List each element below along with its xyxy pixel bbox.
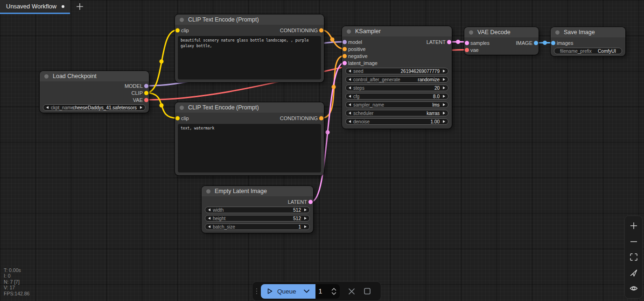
widget-increment-icon[interactable] [443,70,445,72]
widget-decrement-icon[interactable] [208,208,210,211]
widget-decrement-icon[interactable] [349,120,351,123]
prompt-textarea[interactable]: beautiful scenery nature glass bottle la… [178,36,321,79]
node-header[interactable]: Save Image [551,27,625,37]
images-input-dot[interactable] [551,41,555,45]
width-widget[interactable]: width 512 [205,207,310,213]
node-header[interactable]: VAE Decode [464,27,539,37]
denoise-widget[interactable]: denoise 1.00 [345,118,448,125]
eye-icon [629,284,638,293]
widget-decrement-icon[interactable] [349,70,351,72]
node-header[interactable]: KSampler [342,26,452,36]
clear-queue-button[interactable] [348,287,356,295]
collapse-dot-icon[interactable] [347,29,351,34]
node-clip-text-encode-positive[interactable]: CLIP Text Encode (Prompt) clip CONDITION… [175,14,324,82]
new-workflow-button[interactable] [74,0,86,13]
batch-count-value: 1 [319,287,322,295]
node-header[interactable]: CLIP Text Encode (Prompt) [175,102,324,113]
prompt-textarea[interactable]: text, watermark [178,124,321,172]
node-header[interactable]: CLIP Text Encode (Prompt) [175,14,324,25]
wire-conditioning-positive [322,30,344,49]
vae-output-dot[interactable] [144,98,148,102]
collapse-dot-icon[interactable] [180,18,184,22]
node-ksampler[interactable]: KSampler LATENT model positive negative … [342,26,452,129]
latent-output-dot[interactable] [308,200,313,204]
node-header[interactable]: Empty Latent Image [202,186,313,196]
node-load-checkpoint[interactable]: Load Checkpoint MODEL CLIP VAE ckpt_name… [40,71,149,113]
steps-widget[interactable]: steps 20 [345,85,448,91]
batch-count-input[interactable]: 1 [315,284,340,299]
collapse-dot-icon[interactable] [206,189,210,194]
zoom-out-button[interactable] [628,236,639,247]
queue-button[interactable]: Queue [261,284,315,299]
conditioning-output-dot[interactable] [319,116,323,120]
widget-increment-icon[interactable] [304,217,307,220]
widget-increment-icon[interactable] [304,208,307,211]
conditioning-output-dot[interactable] [319,28,323,32]
seed-widget[interactable]: seed 261946269077779 [345,68,448,74]
stepper-up-icon[interactable] [331,288,336,291]
pan-mode-button[interactable] [628,267,639,279]
node-clip-text-encode-negative[interactable]: CLIP Text Encode (Prompt) clip CONDITION… [175,102,324,175]
clip-input-dot[interactable] [175,28,180,32]
negative-input-dot[interactable] [343,54,347,58]
height-widget[interactable]: height 512 [205,215,310,222]
stepper-down-icon[interactable] [331,292,336,295]
widget-increment-icon[interactable] [140,106,142,109]
widget-increment-icon[interactable] [443,95,445,98]
node-title: CLIP Text Encode (Prompt) [188,104,259,111]
filename-prefix-widget[interactable]: filename_prefix ComfyUI [554,48,622,54]
node-vae-decode[interactable]: VAE Decode IMAGE samples vae [464,27,539,55]
model-input-dot[interactable] [343,40,347,44]
batch-size-widget[interactable]: batch_size 1 [205,223,310,230]
toggle-visibility-button[interactable] [628,283,639,294]
control-after-generate-widget[interactable]: control_after_generate randomize [345,76,448,83]
widget-decrement-icon[interactable] [349,103,351,106]
scheduler-widget[interactable]: scheduler karras [345,110,448,116]
drag-handle-icon[interactable] [252,288,261,294]
widget-increment-icon[interactable] [304,225,307,228]
fit-view-icon [629,252,638,262]
model-output-dot[interactable] [144,84,148,88]
unsaved-indicator-icon [62,5,64,8]
output-model: MODEL [40,82,149,89]
widget-decrement-icon[interactable] [349,86,351,89]
positive-input-dot[interactable] [343,47,347,51]
zoom-in-button[interactable] [628,220,639,231]
clip-input-dot[interactable] [175,116,180,120]
sampler-name-widget[interactable]: sampler_name lms [345,101,448,108]
node-header[interactable]: Load Checkpoint [40,71,149,81]
widget-decrement-icon[interactable] [208,225,210,228]
wire-conditioning-negative [322,56,344,118]
cfg-widget[interactable]: cfg 8.0 [345,93,448,100]
ckpt-name-widget[interactable]: ckpt_name cheeseDaddys_41.safetensors [43,104,146,111]
widget-decrement-icon[interactable] [349,78,351,81]
collapse-dot-icon[interactable] [180,106,184,110]
link-dot [330,37,335,42]
latent-image-input-dot[interactable] [343,61,347,65]
widget-increment-icon[interactable] [443,78,445,81]
widget-increment-icon[interactable] [443,86,445,89]
clip-output-dot[interactable] [144,91,148,95]
widget-decrement-icon[interactable] [46,106,49,109]
widget-decrement-icon[interactable] [208,217,210,220]
fit-view-button[interactable] [628,251,639,263]
workflow-tab-title: Unsaved Workflow [6,3,56,10]
navigation-arrow-icon [629,268,638,278]
link-dot [160,103,164,108]
collapse-dot-icon[interactable] [555,30,560,35]
widget-decrement-icon[interactable] [349,112,351,115]
collapse-dot-icon[interactable] [44,74,49,79]
collapse-dot-icon[interactable] [469,30,473,35]
node-empty-latent-image[interactable]: Empty Latent Image LATENT width 512 heig… [202,186,313,233]
workflow-tab[interactable]: Unsaved Workflow [0,0,70,14]
widget-increment-icon[interactable] [443,112,445,115]
node-save-image[interactable]: Save Image images filename_prefix ComfyU… [551,27,625,56]
node-title: Load Checkpoint [53,73,97,79]
widget-increment-icon[interactable] [443,120,445,123]
widget-decrement-icon[interactable] [349,95,351,98]
vae-input-dot[interactable] [465,48,469,52]
widget-increment-icon[interactable] [443,103,445,106]
samples-input-dot[interactable] [465,41,469,45]
canvas-stats: T: 0.00s I: 0 N: 7 [7] V: 17 FPS:142.86 [4,267,29,296]
stop-button[interactable] [364,287,371,295]
